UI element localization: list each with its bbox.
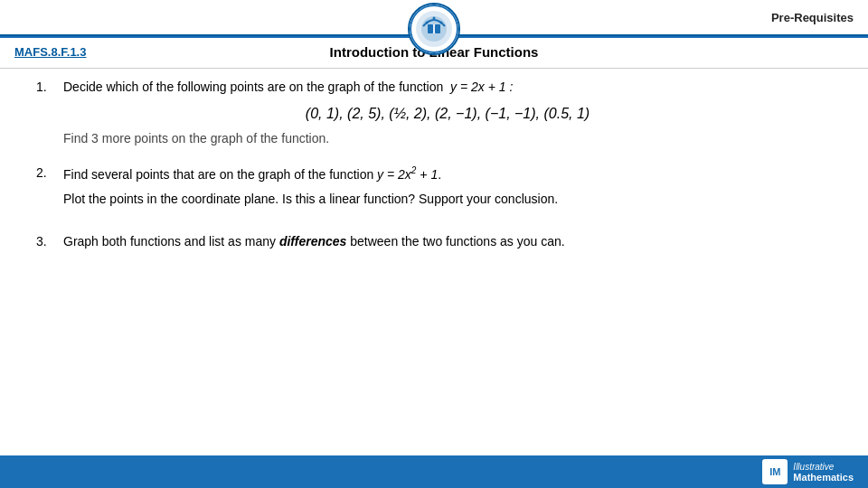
problem-1-find: Find 3 more points on the graph of the f… xyxy=(63,131,832,145)
bottom-bar: IM Illustrative Mathematics xyxy=(0,455,868,488)
problem-2-content: Find several points that are on the grap… xyxy=(63,164,832,214)
main-content: 1. Decide which of the following points … xyxy=(18,69,850,452)
pre-requisites-label: Pre-Requisites xyxy=(771,11,854,24)
logo-circle xyxy=(408,3,460,55)
logo-svg xyxy=(410,5,458,53)
svg-point-6 xyxy=(426,22,429,24)
problem-1-text: Decide which of the following points are… xyxy=(63,78,832,97)
problem-3-number: 3. xyxy=(36,232,63,249)
mafs-code[interactable]: MAFS.8.F.1.3 xyxy=(14,45,86,59)
problem-1-text-before: Decide which of the following points are… xyxy=(63,80,443,94)
problem-1-number: 1. xyxy=(36,78,63,94)
problem-2-number: 2. xyxy=(36,164,63,180)
svg-rect-5 xyxy=(433,24,435,33)
problem-1-content: Decide which of the following points are… xyxy=(63,78,832,145)
svg-point-8 xyxy=(433,17,436,20)
illustrative-label: Illustrative xyxy=(793,462,834,472)
logo-container xyxy=(405,0,463,58)
problem-1: 1. Decide which of the following points … xyxy=(36,78,832,145)
problem-2-line1: Find several points that are on the grap… xyxy=(63,164,832,184)
mathematics-label: Mathematics xyxy=(793,472,854,483)
problem-1-function: y = 2x + 1 : xyxy=(450,80,513,94)
problem-3-text: Graph both functions and list as many di… xyxy=(63,232,832,251)
svg-point-7 xyxy=(440,22,443,24)
problem-3-content: Graph both functions and list as many di… xyxy=(63,232,832,257)
svg-rect-4 xyxy=(435,24,440,33)
problem-3: 3. Graph both functions and list as many… xyxy=(36,232,832,257)
svg-rect-3 xyxy=(428,24,433,33)
im-logo-icon: IM xyxy=(762,459,788,484)
im-logo-text: Illustrative Mathematics xyxy=(793,462,854,483)
illustrative-math-logo: IM Illustrative Mathematics xyxy=(762,459,854,484)
problem-1-points: (0, 1), (2, 5), (½, 2), (2, −1), (−1, −1… xyxy=(63,106,832,122)
problem-2: 2. Find several points that are on the g… xyxy=(36,164,832,214)
problem-2-line2: Plot the points in the coordinate plane.… xyxy=(63,190,832,209)
